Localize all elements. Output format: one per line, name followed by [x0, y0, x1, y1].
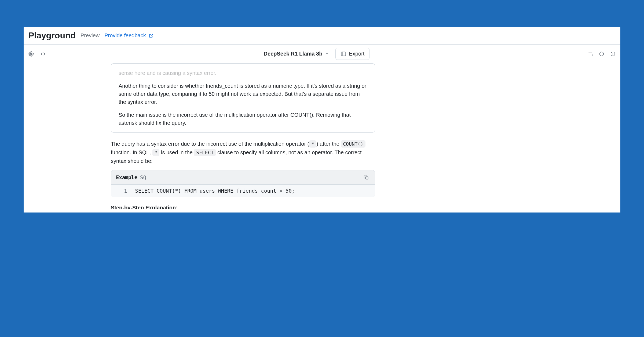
page-title: Playground: [28, 31, 76, 41]
svg-rect-1: [341, 52, 346, 56]
inline-code-star: *: [309, 140, 316, 148]
external-link-icon: [149, 33, 153, 38]
copy-code-button[interactable]: [363, 174, 370, 181]
toolbar-right: x: [587, 50, 617, 58]
copy-icon: [364, 175, 369, 180]
plus-circle-icon: [610, 51, 616, 57]
toolbar: DeepSeek R1 Llama 8b Export x: [24, 45, 620, 63]
gear-icon: [28, 51, 34, 57]
svg-rect-12: [366, 177, 368, 179]
response-para-2: So the main issue is the incorrect use o…: [119, 111, 367, 127]
toolbar-center: DeepSeek R1 Llama 8b Export: [264, 48, 370, 60]
feedback-link-label: Provide feedback: [104, 32, 146, 39]
playground-window: Playground Preview Provide feedback: [24, 27, 620, 213]
line-number: 1: [124, 188, 127, 194]
code-block: Example SQL 1 SELECT COUNT(*) FROM users…: [111, 170, 375, 197]
inline-code-star2: *: [152, 149, 160, 156]
example-label: Example: [116, 174, 137, 180]
toolbar-left: [27, 50, 47, 58]
cutoff-text: sense here and is causing a syntax error…: [119, 69, 367, 77]
content-inner: sense here and is causing a syntax error…: [111, 63, 462, 209]
export-button[interactable]: Export: [335, 48, 370, 60]
code-text: SELECT COUNT(*) FROM users WHERE friends…: [135, 188, 295, 194]
minus-circle-icon: [599, 51, 604, 57]
top-header: Playground Preview Provide feedback: [24, 27, 620, 45]
preview-badge: Preview: [80, 32, 100, 39]
provide-feedback-link[interactable]: Provide feedback: [104, 32, 153, 39]
remove-button[interactable]: [598, 50, 605, 58]
inline-code-select: SELECT: [194, 149, 216, 156]
code-body: 1 SELECT COUNT(*) FROM users WHERE frien…: [111, 185, 375, 197]
lang-label: SQL: [140, 174, 149, 180]
filter-icon: x: [588, 51, 593, 57]
model-selector[interactable]: DeepSeek R1 Llama 8b: [264, 51, 329, 57]
model-name-label: DeepSeek R1 Llama 8b: [264, 51, 323, 57]
svg-text:x: x: [592, 53, 593, 56]
code-brackets-icon: [40, 51, 46, 57]
inline-code-count: COUNT(): [341, 140, 365, 148]
code-toggle-button[interactable]: [39, 50, 47, 58]
add-button[interactable]: [609, 50, 617, 58]
panel-icon: [341, 51, 346, 57]
filter-button[interactable]: x: [587, 50, 594, 58]
content-area[interactable]: sense here and is causing a syntax error…: [24, 63, 620, 209]
svg-point-0: [31, 53, 32, 54]
response-para-1: Another thing to consider is whether fri…: [119, 82, 367, 106]
export-label: Export: [349, 51, 365, 57]
steps-title: Step-by-Step Explanation:: [111, 205, 375, 209]
chevron-down-icon: [325, 52, 329, 56]
code-header: Example SQL: [111, 170, 375, 185]
settings-button[interactable]: [27, 50, 35, 58]
response-box: sense here and is causing a syntax error…: [111, 63, 375, 133]
main-explanation: The query has a syntax error due to the …: [111, 140, 375, 165]
